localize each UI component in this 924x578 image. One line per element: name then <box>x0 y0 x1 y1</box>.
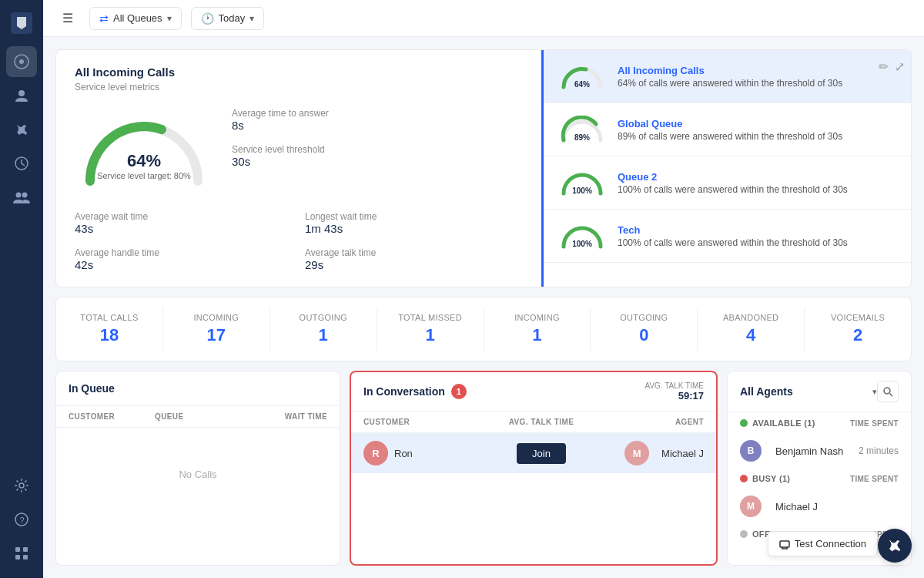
conv-header: In Conversation 1 AVG. TALK TIME 59:17 <box>351 372 716 412</box>
metric-avg-handle-label: Average handle time <box>75 247 293 258</box>
stat-abandoned-value: 4 <box>707 325 795 345</box>
topbar: ☰ ⇄ All Queues ▾ 🕐 Today ▾ <box>43 0 924 37</box>
conv-row-0: R Ron Join M Michael J <box>351 433 716 473</box>
gauge-label: 64% Service level target: 80% <box>97 151 191 180</box>
stat-outgoing: OUTGOING 1 <box>270 307 377 351</box>
call-button[interactable] <box>878 529 912 563</box>
svg-text:?: ? <box>20 516 25 525</box>
conv-customer-name: Ron <box>394 448 413 459</box>
conv-avg-value: 59:17 <box>644 390 704 402</box>
queue-mini-gauge-all: 64% <box>559 62 605 90</box>
queue-info-all: All Incoming Calls 64% of calls were ans… <box>618 65 896 89</box>
time-selector[interactable]: 🕐 Today ▾ <box>191 7 265 30</box>
conv-customer-cell: R Ron <box>363 441 502 465</box>
metric-avg-answer-label: Average time to answer <box>232 108 329 119</box>
queue-desc-q2: 100% of calls were answered within the t… <box>618 184 896 195</box>
svg-point-6 <box>22 193 28 198</box>
queue-name-q2: Queue 2 <box>618 171 896 183</box>
metric-longest-wait-value: 1m 43s <box>305 222 523 235</box>
conv-agent-cell: M Michael J <box>581 441 704 465</box>
service-card-subtitle: Service level metrics <box>75 82 523 92</box>
queue-list-panel: 64% All Incoming Calls 64% of calls were… <box>541 50 911 287</box>
offline-status-dot <box>740 530 748 538</box>
sidebar-item-apps[interactable] <box>6 538 37 569</box>
conv-customer-avatar: R <box>363 441 388 465</box>
queue-info-global: Global Queue 89% of calls were answered … <box>618 118 896 142</box>
sidebar-item-calls[interactable] <box>6 114 37 145</box>
sidebar: ? <box>0 0 43 578</box>
service-gauge: 64% Service level target: 80% <box>75 108 213 193</box>
svg-text:100%: 100% <box>572 187 592 195</box>
queue-mini-gauge-tech: 100% <box>559 222 605 250</box>
stat-voicemails-label: VOICEMAILS <box>814 313 902 322</box>
metric-longest-wait: Longest wait time 1m 43s <box>305 211 523 235</box>
metric-avg-answer: Average time to answer 8s <box>232 108 329 132</box>
queue-selector[interactable]: ⇄ All Queues ▾ <box>89 7 182 30</box>
in-conversation-panel: In Conversation 1 AVG. TALK TIME 59:17 C… <box>350 371 718 566</box>
conv-avg-talk: AVG. TALK TIME 59:17 <box>644 381 704 402</box>
service-metrics-bottom: Average wait time 43s Longest wait time … <box>75 211 523 271</box>
svg-line-19 <box>890 394 893 397</box>
conv-badge: 1 <box>451 384 467 399</box>
metric-avg-wait: Average wait time 43s <box>75 211 293 235</box>
sidebar-item-settings[interactable] <box>6 470 37 501</box>
sidebar-item-help[interactable]: ? <box>6 504 37 535</box>
menu-button[interactable]: ☰ <box>55 6 80 31</box>
svg-rect-13 <box>23 555 28 560</box>
queue-info-tech: Tech 100% of calls were answered within … <box>618 224 896 248</box>
in-queue-table-header: CUSTOMER QUEUE WAIT TIME <box>56 406 340 428</box>
agents-search-button[interactable] <box>877 381 899 402</box>
gauge-percent: 64% <box>97 151 191 171</box>
card-actions: ✏ ⤢ <box>879 59 905 74</box>
svg-text:89%: 89% <box>574 133 590 142</box>
stat-abandoned: ABANDONED 4 <box>698 307 805 351</box>
conv-avg-label: AVG. TALK TIME <box>644 381 704 390</box>
test-connection-button[interactable]: Test Connection <box>768 531 878 556</box>
metric-avg-answer-value: 8s <box>232 119 329 132</box>
expand-icon[interactable]: ⤢ <box>895 59 905 74</box>
metric-avg-handle-value: 42s <box>75 258 293 271</box>
queue-name-tech: Tech <box>618 224 896 236</box>
queue-item-tech: 100% Tech 100% of calls were answered wi… <box>544 210 911 263</box>
queue-info-q2: Queue 2 100% of calls were answered with… <box>618 171 896 195</box>
sidebar-item-team[interactable] <box>6 182 37 213</box>
stat-outgoing-value: 1 <box>280 325 367 345</box>
agent-name-michael: Michael J <box>775 501 891 512</box>
queue-selector-label: All Queues <box>113 12 162 24</box>
stat-voicemails: VOICEMAILS 2 <box>805 307 911 351</box>
svg-rect-10 <box>15 547 20 552</box>
col-header-queue: QUEUE <box>155 412 241 421</box>
stat-incoming-value: 17 <box>172 325 260 345</box>
edit-icon[interactable]: ✏ <box>879 59 889 74</box>
conv-col-agent-header: AGENT <box>581 418 704 426</box>
agent-name-benjamin: Benjamin Nash <box>775 445 851 457</box>
join-button[interactable]: Join <box>517 443 566 464</box>
stat-incoming: INCOMING 17 <box>163 307 270 351</box>
in-queue-panel: In Queue CUSTOMER QUEUE WAIT TIME No Cal… <box>55 371 340 566</box>
sidebar-item-history[interactable] <box>6 148 37 179</box>
agents-available-header: AVAILABLE (1) TIME SPENT <box>728 412 911 434</box>
time-selector-label: Today <box>219 12 246 24</box>
agent-avatar-benjamin: B <box>740 440 762 462</box>
busy-label: BUSY (1) <box>752 474 790 483</box>
content-area: All Incoming Calls Service level metrics… <box>43 37 924 578</box>
agents-title: All Agents <box>740 385 872 398</box>
svg-text:64%: 64% <box>574 80 590 89</box>
conv-agent-info: M Michael J <box>581 441 704 465</box>
stat-total-calls-value: 18 <box>65 325 153 345</box>
col-header-wait: WAIT TIME <box>241 412 327 421</box>
metric-avg-handle: Average handle time 42s <box>75 247 293 271</box>
svg-point-18 <box>884 388 890 394</box>
stat-outgoing-label: OUTGOING <box>280 313 367 322</box>
available-time-label: TIME SPENT <box>850 419 899 428</box>
metric-threshold-value: 30s <box>232 155 329 168</box>
metric-avg-talk-label: Average talk time <box>305 247 523 258</box>
sidebar-item-contacts[interactable] <box>6 80 37 111</box>
service-metrics-top: 64% Service level target: 80% Average ti… <box>75 108 523 193</box>
stat-total-missed-label: TOTAL MISSED <box>387 313 474 322</box>
sidebar-logo[interactable] <box>8 9 35 37</box>
svg-rect-12 <box>15 555 20 560</box>
sidebar-item-dashboard[interactable] <box>6 46 37 77</box>
svg-text:100%: 100% <box>572 240 592 248</box>
queue-name-all: All Incoming Calls <box>618 65 896 76</box>
